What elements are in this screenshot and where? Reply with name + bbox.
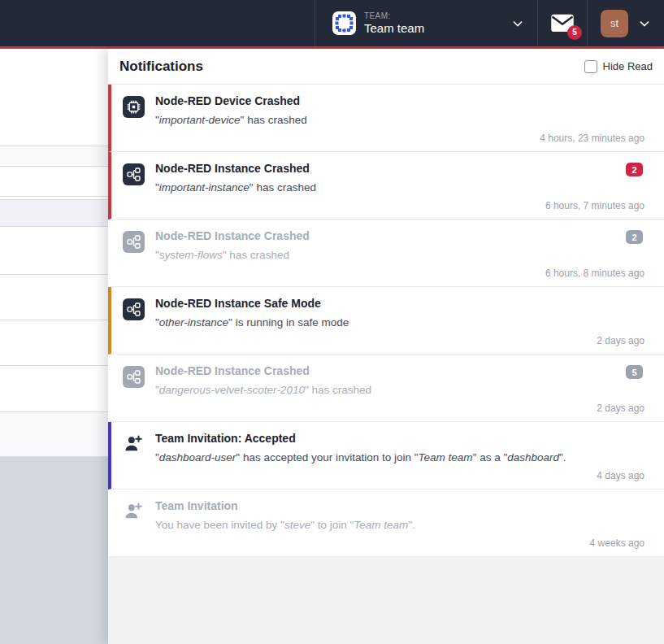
- screen: TEAM: Team team 5 st: [0, 0, 664, 644]
- device-icon: [123, 96, 145, 118]
- notification-item[interactable]: Node-RED Instance Safe Mode "other-insta…: [108, 287, 664, 355]
- notification-message: "dashboard-user" has accepted your invit…: [155, 450, 644, 466]
- chevron-down-icon: [638, 17, 651, 30]
- notification-icon-column: [123, 366, 145, 415]
- user-add-icon: [123, 511, 144, 524]
- team-label: TEAM:: [364, 11, 424, 21]
- hide-read-checkbox[interactable]: [584, 60, 597, 73]
- background-row: [0, 227, 108, 275]
- notification-content: Node-RED Device Crashed "important-devic…: [155, 96, 644, 145]
- notification-timestamp: 2 days ago: [155, 335, 644, 347]
- notification-message: You have been invited by "steve" to join…: [155, 517, 644, 533]
- nodered-instance-icon: [123, 298, 145, 320]
- hide-read-label: Hide Read: [603, 60, 653, 72]
- notification-count-badge: 2: [626, 230, 643, 244]
- notification-timestamp: 4 hours, 23 minutes ago: [155, 133, 644, 145]
- notification-item[interactable]: Team Invitation: Accepted "dashboard-use…: [108, 422, 664, 490]
- background-row: [0, 366, 108, 412]
- notification-icon-column: [123, 96, 145, 145]
- nodered-instance-icon: [123, 366, 145, 388]
- nodered-instance-icon: [123, 231, 145, 253]
- notification-content: Node-RED Instance Crashed "system-flows"…: [155, 231, 644, 280]
- panel-title: Notifications: [119, 59, 203, 75]
- notification-icon-column: [123, 433, 145, 482]
- notification-count-badge: 2: [626, 163, 643, 176]
- user-add-icon: [123, 443, 144, 457]
- notification-title: Node-RED Device Crashed: [155, 94, 644, 109]
- notification-content: Team Invitation: Accepted "dashboard-use…: [155, 433, 644, 482]
- notification-icon-column: [123, 231, 145, 280]
- notification-icon-column: [123, 163, 145, 212]
- notification-message: "important-device" has crashed: [155, 112, 644, 128]
- user-avatar: st: [601, 10, 628, 37]
- notifications-list: Node-RED Device Crashed "important-devic…: [108, 85, 664, 557]
- notification-content: Node-RED Instance Crashed "dangerous-vel…: [155, 366, 644, 415]
- notification-item[interactable]: Team Invitation You have been invited by…: [108, 490, 664, 557]
- notification-icon-column: [123, 298, 145, 347]
- notification-count-badge: 5: [626, 365, 643, 379]
- notification-timestamp: 4 days ago: [155, 470, 644, 482]
- notification-timestamp: 6 hours, 7 minutes ago: [155, 200, 644, 212]
- notification-message: "other-instance" is running in safe mode: [155, 315, 644, 331]
- team-selector-text: TEAM: Team team: [364, 11, 424, 35]
- notification-title: Team Invitation: [155, 498, 644, 514]
- notification-content: Team Invitation You have been invited by…: [155, 501, 644, 550]
- top-navbar: TEAM: Team team 5 st: [0, 0, 664, 46]
- navbar-spacer: [0, 0, 315, 46]
- team-selector[interactable]: TEAM: Team team: [315, 0, 537, 46]
- notification-title: Node-RED Instance Crashed: [155, 161, 644, 176]
- notification-item[interactable]: Node-RED Instance Crashed "important-ins…: [108, 152, 664, 220]
- notification-content: Node-RED Instance Safe Mode "other-insta…: [155, 298, 644, 347]
- background-row: [0, 412, 108, 457]
- notification-icon-column: [123, 501, 145, 550]
- notification-timestamp: 6 hours, 8 minutes ago: [155, 268, 644, 280]
- notification-title: Node-RED Instance Safe Mode: [155, 296, 644, 311]
- background-row: [0, 167, 108, 197]
- notification-message: "dangerous-velvet-scoter-2010" has crash…: [155, 382, 644, 398]
- unread-count-badge: 5: [567, 25, 582, 40]
- user-menu[interactable]: st: [587, 0, 664, 46]
- notification-timestamp: 4 weeks ago: [155, 537, 644, 550]
- notifications-panel: Notifications Hide Read Node-RED Device …: [108, 49, 664, 644]
- background-footer-area: [0, 457, 108, 644]
- background-page: [0, 49, 108, 644]
- background-row: [0, 146, 108, 167]
- notifications-panel-header: Notifications Hide Read: [108, 49, 664, 85]
- notification-message: "important-instance" has crashed: [155, 180, 644, 196]
- notifications-button[interactable]: 5: [537, 0, 587, 46]
- notification-title: Team Invitation: Accepted: [155, 431, 644, 446]
- team-name: Team team: [364, 21, 424, 35]
- chevron-down-icon: [511, 17, 524, 30]
- team-avatar-icon: [332, 11, 356, 35]
- hide-read-control: Hide Read: [584, 60, 653, 73]
- notification-content: Node-RED Instance Crashed "important-ins…: [155, 163, 644, 212]
- notification-item[interactable]: Node-RED Device Crashed "important-devic…: [108, 85, 664, 152]
- notification-title: Node-RED Instance Crashed: [155, 228, 644, 244]
- notification-title: Node-RED Instance Crashed: [155, 363, 644, 379]
- mail-icon: 5: [550, 13, 575, 34]
- notifications-list-footer: [108, 557, 664, 644]
- notification-item[interactable]: Node-RED Instance Crashed "system-flows"…: [108, 220, 664, 287]
- background-row: [0, 200, 108, 227]
- nodered-instance-icon: [123, 163, 145, 185]
- notification-message: "system-flows" has crashed: [155, 247, 644, 263]
- notification-timestamp: 2 days ago: [155, 402, 644, 415]
- background-row: [0, 275, 108, 320]
- background-row: [0, 49, 108, 146]
- notification-item[interactable]: Node-RED Instance Crashed "dangerous-vel…: [108, 355, 664, 422]
- background-row: [0, 320, 108, 366]
